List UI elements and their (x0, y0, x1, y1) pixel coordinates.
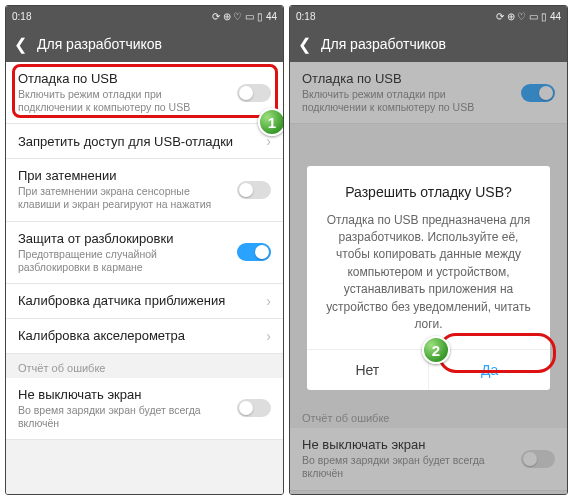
row-title: Калибровка датчика приближения (18, 293, 258, 308)
back-icon[interactable]: ❮ (298, 35, 311, 54)
phone-left: 0:18 ⟳ ⊕ ♡ ▭ ▯ 44 ❮ Для разработчиков От… (5, 5, 284, 495)
header-title: Для разработчиков (321, 36, 446, 52)
toggle-usb-debug[interactable] (237, 84, 271, 102)
annotation-badge-1: 1 (258, 108, 284, 136)
settings-list: Отладка по USB Включить режим отладки пр… (6, 62, 283, 494)
dialog-body: Отладка по USB предназначена для разрабо… (323, 212, 535, 334)
back-icon[interactable]: ❮ (14, 35, 27, 54)
header-title: Для разработчиков (37, 36, 162, 52)
status-time: 0:18 (296, 11, 315, 22)
row-usb-debug[interactable]: Отладка по USB Включить режим отладки пр… (6, 62, 283, 124)
status-icons: ⟳ ⊕ ♡ ▭ ▯ 44 (496, 11, 561, 22)
row-sub: При затемнении экрана сенсорные клавиши … (18, 185, 229, 211)
dialog-overlay: Разрешить отладку USB? Отладка по USB пр… (290, 62, 567, 494)
chevron-right-icon: › (266, 293, 271, 309)
toggle-unlock-guard[interactable] (237, 243, 271, 261)
status-bar: 0:18 ⟳ ⊕ ♡ ▭ ▯ 44 (290, 6, 567, 26)
row-title: При затемнении (18, 168, 229, 183)
toggle-screen-on[interactable] (237, 399, 271, 417)
section-header-error: Отчёт об ошибке (6, 354, 283, 378)
toggle-dim[interactable] (237, 181, 271, 199)
row-sub: Предотвращение случайной разблокировки в… (18, 248, 229, 274)
dialog-title: Разрешить отладку USB? (323, 184, 535, 200)
row-title: Отладка по USB (18, 71, 229, 86)
status-bar: 0:18 ⟳ ⊕ ♡ ▭ ▯ 44 (6, 6, 283, 26)
row-screen-on[interactable]: Не выключать экран Во время зарядки экра… (6, 378, 283, 440)
row-deny-usb[interactable]: Запретить доступ для USB-отладки › (6, 124, 283, 159)
row-title: Не выключать экран (18, 387, 229, 402)
row-title: Защита от разблокировки (18, 231, 229, 246)
row-prox-cal[interactable]: Калибровка датчика приближения › (6, 284, 283, 319)
row-sub: Во время зарядки экран будет всегда вклю… (18, 404, 229, 430)
header: ❮ Для разработчиков (6, 26, 283, 62)
header: ❮ Для разработчиков (290, 26, 567, 62)
dialog-no-button[interactable]: Нет (307, 350, 429, 390)
row-unlock-guard[interactable]: Защита от разблокировки Предотвращение с… (6, 222, 283, 284)
annotation-badge-2: 2 (422, 336, 450, 364)
phone-right: 0:18 ⟳ ⊕ ♡ ▭ ▯ 44 ❮ Для разработчиков От… (289, 5, 568, 495)
status-time: 0:18 (12, 11, 31, 22)
row-accel-cal[interactable]: Калибровка акселерометра › (6, 319, 283, 354)
row-sub: Включить режим отладки при подключении к… (18, 88, 229, 114)
row-title: Калибровка акселерометра (18, 328, 258, 343)
chevron-right-icon: › (266, 328, 271, 344)
row-title: Запретить доступ для USB-отладки (18, 134, 258, 149)
status-icons: ⟳ ⊕ ♡ ▭ ▯ 44 (212, 11, 277, 22)
row-dim[interactable]: При затемнении При затемнении экрана сен… (6, 159, 283, 221)
